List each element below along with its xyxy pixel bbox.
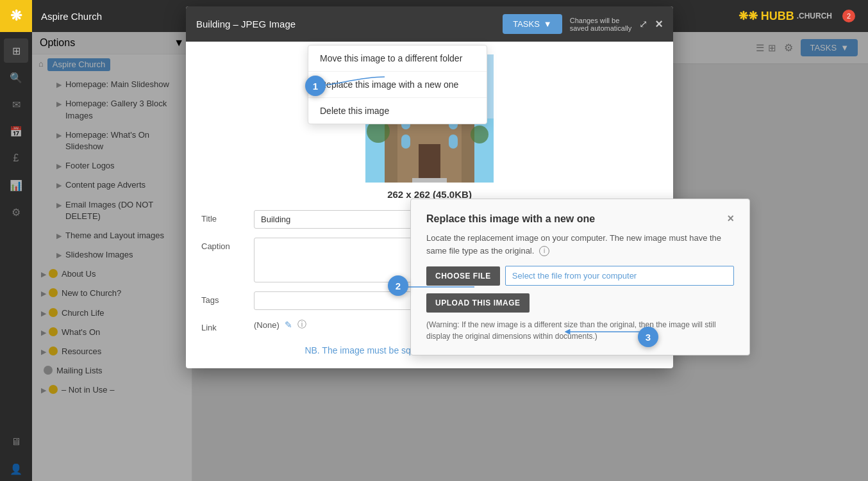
callout-2: 2 xyxy=(388,275,408,296)
upload-section: UPLOAD THIS IMAGE xyxy=(426,293,734,319)
modal-title: Building – JPEG Image xyxy=(196,19,296,29)
tags-label: Tags xyxy=(201,291,246,305)
link-edit-icon[interactable]: ✎ xyxy=(285,320,292,330)
link-none-text: (None) xyxy=(254,320,280,330)
dropdown-item-move[interactable]: Move this image to a different folder xyxy=(308,45,487,72)
svg-point-19 xyxy=(471,126,488,143)
top-nav-right: ❋❋ HUBB.CHURCH 2 xyxy=(739,9,868,23)
file-select-label: Select the file from your computer xyxy=(505,266,734,286)
replace-info-icon[interactable]: i xyxy=(539,246,549,256)
tasks-dropdown-button[interactable]: TASKS ▼ xyxy=(503,14,562,34)
replace-modal-header: Replace this image with a new one × xyxy=(426,212,734,225)
tasks-dropdown-arrow-icon: ▼ xyxy=(544,19,552,29)
choose-file-button[interactable]: CHOOSE FILE xyxy=(426,266,500,286)
modal-close-icon[interactable]: × xyxy=(655,17,663,31)
svg-rect-15 xyxy=(401,135,410,149)
hubb-logo: ❋❋ HUBB.CHURCH xyxy=(739,9,832,23)
svg-rect-12 xyxy=(419,144,440,183)
replace-modal-title: Replace this image with a new one xyxy=(426,213,595,225)
tasks-dropdown-menu: Move this image to a different folder Re… xyxy=(308,45,487,124)
callout-1: 1 xyxy=(305,76,326,96)
title-label: Title xyxy=(201,210,246,224)
caption-label: Caption xyxy=(201,238,246,251)
app-logo: ❋ xyxy=(0,0,32,32)
modal-header: Building – JPEG Image TASKS ▼ Changes wi… xyxy=(186,6,673,42)
svg-rect-17 xyxy=(412,178,447,183)
upload-image-button[interactable]: UPLOAD THIS IMAGE xyxy=(426,293,530,313)
replace-image-modal: Replace this image with a new one × Loca… xyxy=(410,199,750,355)
warning-text: (Warning: If the new image is a differen… xyxy=(426,319,734,342)
replace-description: Locate the replacement image on your com… xyxy=(426,232,734,257)
svg-rect-16 xyxy=(449,135,458,149)
link-value-row: (None) ✎ ⓘ xyxy=(254,319,306,330)
replace-close-icon[interactable]: × xyxy=(727,212,734,225)
link-info-icon[interactable]: ⓘ xyxy=(297,319,306,330)
modal-header-right: TASKS ▼ Changes will be saved automatica… xyxy=(503,14,663,34)
expand-icon[interactable]: ⤢ xyxy=(639,18,647,30)
changes-note: Changes will be saved automatically xyxy=(570,17,632,32)
dropdown-item-replace[interactable]: Replace this image with a new one xyxy=(308,72,487,98)
dropdown-item-delete[interactable]: Delete this image xyxy=(308,98,487,124)
link-label: Link xyxy=(201,319,246,332)
notification-badge[interactable]: 2 xyxy=(842,10,855,22)
file-input-row: CHOOSE FILE Select the file from your co… xyxy=(426,266,734,286)
callout-3: 3 xyxy=(638,327,658,347)
